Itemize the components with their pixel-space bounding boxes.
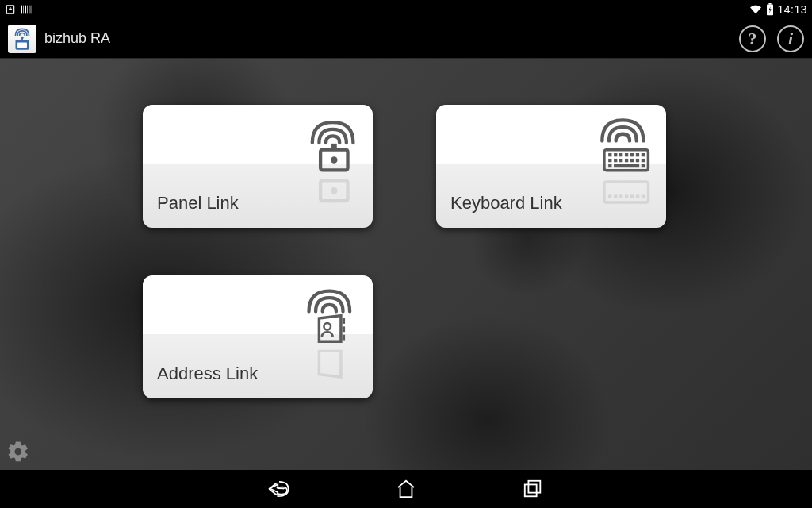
svg-rect-25 <box>642 153 645 156</box>
svg-rect-6 <box>31 6 32 14</box>
svg-rect-15 <box>331 144 337 151</box>
svg-rect-41 <box>630 194 634 198</box>
svg-rect-45 <box>343 326 345 332</box>
svg-rect-8 <box>769 3 772 5</box>
svg-rect-35 <box>642 164 645 167</box>
svg-rect-37 <box>608 194 611 198</box>
app-title: bizhub RA <box>44 30 731 47</box>
wifi-icon <box>749 4 763 15</box>
svg-rect-12 <box>21 37 23 40</box>
svg-rect-20 <box>614 153 617 156</box>
svg-rect-24 <box>636 153 639 156</box>
svg-rect-29 <box>625 159 628 162</box>
keyboard-link-icon-reflection <box>584 176 655 208</box>
svg-rect-44 <box>343 318 345 324</box>
nav-back-button[interactable] <box>263 473 295 505</box>
main-content: Panel Link <box>0 59 812 470</box>
svg-rect-21 <box>619 153 622 156</box>
svg-rect-30 <box>630 159 634 162</box>
address-link-icon-reflection <box>290 347 362 379</box>
panel-link-icon <box>290 111 362 175</box>
svg-rect-40 <box>625 194 628 198</box>
svg-rect-2 <box>23 6 24 14</box>
address-link-tile[interactable]: Address Link <box>143 275 373 398</box>
barcode-notification-icon <box>21 4 33 15</box>
svg-rect-22 <box>625 153 628 156</box>
svg-rect-5 <box>29 6 29 14</box>
address-link-label: Address Link <box>157 364 258 384</box>
keyboard-link-tile[interactable]: Keyboard Link <box>436 105 666 228</box>
app-logo-icon <box>8 25 36 53</box>
android-nav-bar <box>0 470 812 508</box>
nav-home-button[interactable] <box>390 473 422 505</box>
panel-link-label: Panel Link <box>157 193 239 214</box>
keyboard-link-icon <box>584 111 655 175</box>
download-notification-icon <box>5 4 16 15</box>
battery-charging-icon <box>766 3 774 16</box>
svg-rect-39 <box>619 194 622 198</box>
svg-rect-32 <box>642 159 645 162</box>
address-link-icon <box>290 282 362 345</box>
svg-rect-36 <box>604 182 649 202</box>
android-status-bar: 14:13 <box>0 0 812 19</box>
svg-rect-19 <box>608 153 611 156</box>
svg-point-17 <box>331 187 338 194</box>
svg-rect-38 <box>614 194 617 198</box>
nav-recent-button[interactable] <box>517 473 549 505</box>
panel-link-icon-reflection <box>290 176 362 208</box>
svg-rect-26 <box>608 159 611 162</box>
svg-rect-43 <box>642 194 645 198</box>
svg-rect-10 <box>17 42 27 48</box>
svg-rect-34 <box>614 164 639 167</box>
svg-rect-3 <box>25 6 26 14</box>
settings-button[interactable] <box>5 438 32 465</box>
svg-rect-27 <box>614 159 617 162</box>
svg-rect-28 <box>619 159 622 162</box>
svg-rect-42 <box>636 194 639 198</box>
svg-rect-4 <box>27 6 28 14</box>
svg-rect-49 <box>528 481 540 493</box>
svg-rect-46 <box>343 335 345 341</box>
app-bar: bizhub RA ? i <box>0 19 812 59</box>
svg-rect-1 <box>21 6 22 14</box>
svg-rect-31 <box>636 159 639 162</box>
keyboard-link-label: Keyboard Link <box>450 193 562 214</box>
svg-point-14 <box>331 156 338 164</box>
info-button[interactable]: i <box>777 25 804 52</box>
help-button[interactable]: ? <box>739 25 766 52</box>
svg-rect-33 <box>608 164 611 167</box>
status-time: 14:13 <box>777 3 807 16</box>
svg-rect-48 <box>525 484 537 496</box>
svg-point-47 <box>324 323 331 330</box>
panel-link-tile[interactable]: Panel Link <box>143 105 373 228</box>
svg-rect-23 <box>630 153 634 156</box>
